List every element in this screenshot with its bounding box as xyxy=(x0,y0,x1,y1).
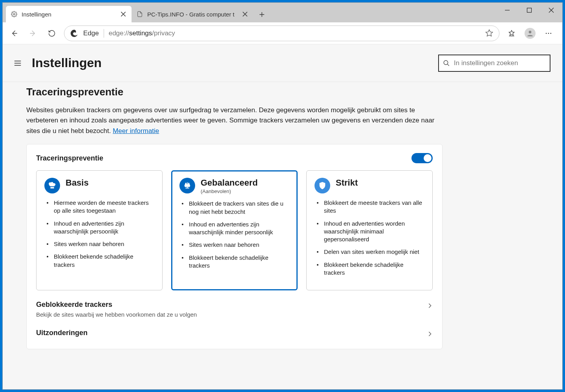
separator xyxy=(104,29,104,38)
prevention-level-cards: Basis Hiermee worden de meeste trackers … xyxy=(36,170,433,290)
svg-point-4 xyxy=(548,33,549,34)
card-title: Gebalanceerd xyxy=(201,178,258,188)
favorite-icon[interactable] xyxy=(485,29,494,38)
row-title: Uitzonderingen xyxy=(36,329,433,337)
close-icon[interactable] xyxy=(241,11,249,18)
content-area: Instellingen Traceringspreventie Website… xyxy=(3,44,562,389)
svg-point-5 xyxy=(550,33,552,34)
edge-icon xyxy=(70,29,79,38)
card-title: Basis xyxy=(66,178,89,188)
maximize-button[interactable] xyxy=(518,3,540,18)
toolbar-right xyxy=(503,24,558,42)
content-column: Instellingen Traceringspreventie Website… xyxy=(3,44,562,389)
svg-point-0 xyxy=(13,13,15,15)
window-controls xyxy=(496,3,562,18)
svg-point-2 xyxy=(529,31,532,33)
chevron-right-icon xyxy=(427,331,433,338)
favorites-button[interactable] xyxy=(503,24,521,42)
url-text: edge://settings/privacy xyxy=(109,29,480,37)
tracking-toggle[interactable] xyxy=(411,153,433,163)
card-bullet: Sites werken naar behoren xyxy=(46,240,154,248)
card-bullet: Delen van sites werken mogelijk niet xyxy=(316,248,424,256)
card-bullet: Blokkeert bekende schadelijke trackers xyxy=(316,261,424,277)
card-bullet: Blokkeert bekende schadelijke trackers xyxy=(46,253,154,269)
address-bar[interactable]: Edge edge://settings/privacy xyxy=(64,26,499,41)
card-bullet: Inhoud en advertenties zijn waarschijnli… xyxy=(181,221,289,237)
card-basic[interactable]: Basis Hiermee worden de meeste trackers … xyxy=(36,170,163,290)
card-bullet: Inhoud en advertenties worden waarschijn… xyxy=(316,220,424,244)
forward-button[interactable] xyxy=(24,24,42,42)
row-desc: Bekijk de sites waarbij we hebben voorko… xyxy=(36,311,433,318)
card-title: Strikt xyxy=(336,178,358,188)
tab-pctips[interactable]: PC-Tips.INFO - Gratis computer t xyxy=(132,6,253,22)
card-balanced[interactable]: Gebalanceerd (Aanbevolen) Blokkeert de t… xyxy=(171,170,298,290)
settings-search[interactable] xyxy=(438,55,550,72)
settings-scroll-region[interactable]: Traceringspreventie Websites gebruiken t… xyxy=(3,82,562,389)
hamburger-menu[interactable] xyxy=(11,57,24,69)
titlebar: Instellingen PC-Tips.INFO - Gratis compu… xyxy=(3,3,562,22)
card-bullet: Blokkeert de meeste trackers van alle si… xyxy=(316,199,424,215)
settings-search-input[interactable] xyxy=(454,59,546,67)
section-description: Websites gebruiken trackers om gegevens … xyxy=(26,105,442,136)
page-icon xyxy=(136,11,143,18)
blocked-trackers-row[interactable]: Geblokkeerde trackers Bekijk de sites wa… xyxy=(36,301,433,318)
tab-settings[interactable]: Instellingen xyxy=(6,6,132,22)
new-tab-button[interactable] xyxy=(255,7,269,22)
search-icon xyxy=(443,60,450,67)
svg-point-3 xyxy=(546,33,547,34)
tab-title: PC-Tips.INFO - Gratis computer t xyxy=(147,11,238,18)
section-heading: Traceringspreventie xyxy=(26,86,442,98)
row-title: Geblokkeerde trackers xyxy=(36,301,433,309)
close-icon[interactable] xyxy=(120,11,127,18)
minimize-button[interactable] xyxy=(496,3,518,18)
tab-title: Instellingen xyxy=(22,11,116,18)
exceptions-row[interactable]: Uitzonderingen xyxy=(36,329,433,337)
chef-hat-icon xyxy=(44,178,60,193)
gear-icon xyxy=(11,11,18,18)
close-window-button[interactable] xyxy=(540,3,562,18)
scales-icon xyxy=(179,178,195,193)
card-bullet: Blokkeert bekende schadelijke trackers xyxy=(181,254,289,270)
site-identity: Edge xyxy=(83,29,99,37)
profile-avatar[interactable] xyxy=(525,28,536,39)
shield-icon xyxy=(314,178,330,193)
card-subtitle: (Aanbevolen) xyxy=(201,188,258,194)
chevron-right-icon xyxy=(427,303,433,310)
card-bullet: Hiermee worden de meeste trackers op all… xyxy=(46,199,154,215)
card-bullet: Sites werken naar behoren xyxy=(181,241,289,249)
card-strict[interactable]: Strikt Blokkeert de meeste trackers van … xyxy=(306,170,433,290)
tracking-prevention-panel: Traceringspreventie xyxy=(26,144,442,349)
settings-header: Instellingen xyxy=(3,44,562,82)
card-bullet: Inhoud en advertenties zijn waarschijnli… xyxy=(46,220,154,236)
svg-point-6 xyxy=(444,60,448,65)
back-button[interactable] xyxy=(5,24,23,42)
svg-rect-1 xyxy=(527,8,532,13)
more-menu-button[interactable] xyxy=(539,24,558,42)
page-title: Instellingen xyxy=(32,56,102,70)
panel-title: Traceringspreventie xyxy=(36,154,103,162)
refresh-button[interactable] xyxy=(43,24,61,42)
browser-window: Instellingen PC-Tips.INFO - Gratis compu… xyxy=(2,2,563,390)
toolbar: Edge edge://settings/privacy xyxy=(3,22,562,44)
learn-more-link[interactable]: Meer informatie xyxy=(113,127,159,135)
card-bullet: Blokkeert de trackers van sites die u no… xyxy=(181,200,289,216)
